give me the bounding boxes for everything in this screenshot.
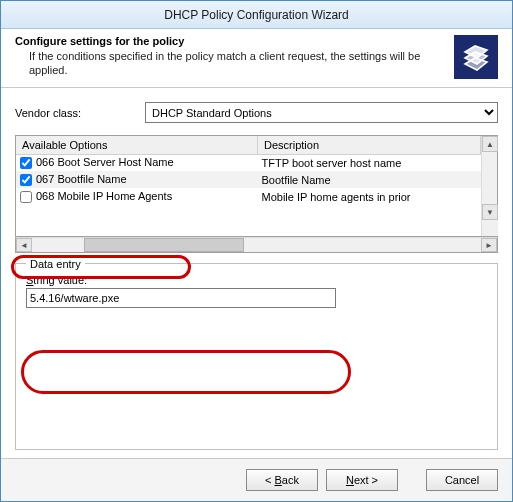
string-value-label: String value: [26, 274, 487, 286]
option-desc: Mobile IP home agents in prior [258, 188, 481, 205]
column-available-options[interactable]: Available Options [16, 136, 258, 154]
option-desc: TFTP boot server host name [258, 154, 481, 171]
header-subtitle: If the conditions specified in the polic… [15, 49, 446, 78]
table-row[interactable]: 068 Mobile IP Home Agents Mobile IP home… [16, 188, 481, 205]
table-row[interactable]: 066 Boot Server Host Name TFTP boot serv… [16, 154, 481, 171]
vendor-class-select[interactable]: DHCP Standard Options [145, 102, 498, 123]
scroll-left-icon[interactable]: ◄ [16, 238, 32, 252]
next-button[interactable]: Next > [326, 469, 398, 491]
option-label: 067 Bootfile Name [36, 173, 127, 185]
option-067-checkbox[interactable] [20, 174, 32, 186]
scroll-thumb[interactable] [84, 238, 244, 252]
option-066-checkbox[interactable] [20, 157, 32, 169]
titlebar: DHCP Policy Configuration Wizard [1, 1, 512, 29]
vertical-scrollbar[interactable]: ▲ ▼ [481, 136, 497, 236]
cancel-button[interactable]: Cancel [426, 469, 498, 491]
data-entry-legend: Data entry [26, 258, 85, 270]
wizard-stack-icon [454, 35, 498, 79]
option-desc: Bootfile Name [258, 171, 481, 188]
header-title: Configure settings for the policy [15, 35, 446, 47]
scroll-up-icon[interactable]: ▲ [482, 136, 498, 152]
option-label: 066 Boot Server Host Name [36, 156, 174, 168]
table-row[interactable]: 067 Bootfile Name Bootfile Name [16, 171, 481, 188]
option-label: 068 Mobile IP Home Agents [36, 190, 172, 202]
horizontal-scrollbar[interactable]: ◄ ► [15, 237, 498, 253]
option-068-checkbox[interactable] [20, 191, 32, 203]
available-options-table: Available Options Description 066 Boot S… [16, 136, 481, 205]
wizard-header: Configure settings for the policy If the… [1, 29, 512, 88]
available-options-panel: Available Options Description 066 Boot S… [15, 135, 498, 237]
window-title: DHCP Policy Configuration Wizard [164, 8, 349, 22]
wizard-footer: < Back Next > Cancel [1, 458, 512, 501]
scroll-down-icon[interactable]: ▼ [482, 204, 498, 220]
scroll-corner [482, 220, 498, 236]
vendor-class-label: Vendor class: [15, 107, 145, 119]
scroll-right-icon[interactable]: ► [481, 238, 497, 252]
string-value-input[interactable] [26, 288, 336, 308]
back-button[interactable]: < Back [246, 469, 318, 491]
column-description[interactable]: Description [258, 136, 481, 154]
data-entry-group: Data entry String value: [15, 263, 498, 450]
